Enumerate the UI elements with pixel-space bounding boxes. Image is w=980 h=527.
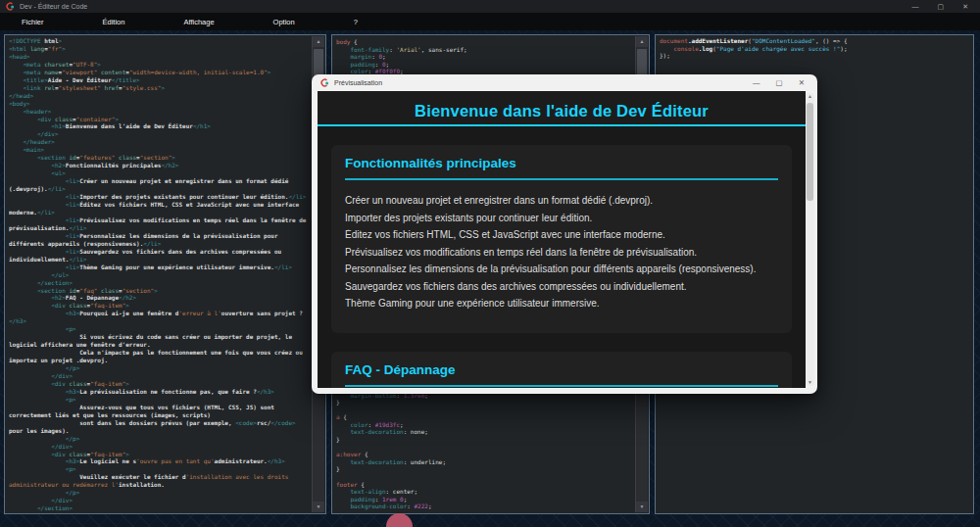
preview-sections: Fonctionnalités principalesCréer un nouv… <box>318 145 806 388</box>
html-editor-panel[interactable]: <!DOCTYPE html> <html lang="fr"> <head> … <box>4 34 326 514</box>
feature-item: Éditez vos fichiers HTML, CSS et JavaScr… <box>345 229 778 241</box>
menu-item-option[interactable]: Option <box>273 18 295 26</box>
close-icon[interactable]: ✕ <box>962 0 968 13</box>
html-code-area[interactable]: <!DOCTYPE html> <html lang="fr"> <head> … <box>9 37 310 511</box>
scroll-down-icon[interactable]: ▼ <box>313 502 324 512</box>
feature-item: Importer des projets existants pour cont… <box>345 213 778 224</box>
window-controls: — ▢ ✕ <box>912 0 975 13</box>
section-heading: Fonctionnalités principales <box>345 156 778 180</box>
menu-item-affichage[interactable]: Affichage <box>183 18 214 26</box>
feature-item: Sauvegardez vos fichiers dans des archiv… <box>345 281 778 293</box>
preview-title: Prévisualisation <box>334 79 382 86</box>
preview-scrollbar[interactable]: ▲ ▼ <box>806 93 814 386</box>
section-heading: FAQ - Dépannage <box>345 362 778 387</box>
preview-page-header: Bienvenue dans l'aide de Dev Éditeur <box>318 91 806 126</box>
menu-item-?[interactable]: ? <box>354 18 358 26</box>
scroll-down-icon[interactable]: ▼ <box>806 378 814 387</box>
page-title: Bienvenue dans l'aide de Dev Éditeur <box>318 102 806 120</box>
preview-window-controls: — ▢ ✕ <box>753 78 808 87</box>
scroll-up-icon[interactable]: ▲ <box>636 36 648 47</box>
section-card: Fonctionnalités principalesCréer un nouv… <box>331 145 792 333</box>
preview-page: Bienvenue dans l'aide de Dev Éditeur Fon… <box>318 91 806 388</box>
menu-bar: FichierÉditionAffichageOption? <box>0 13 980 30</box>
maximize-icon[interactable]: ▢ <box>776 78 783 87</box>
feature-item: Personnalisez les dimensions de la prévi… <box>345 264 778 275</box>
feature-item: Thème Gaming pour une expérience utilisa… <box>345 298 778 310</box>
app-titlebar: Dev - Éditeur de Code — ▢ ✕ <box>0 0 980 13</box>
app-logo-icon <box>6 2 15 11</box>
scrollbar-thumb[interactable] <box>807 103 813 201</box>
css-code-area-bottom[interactable]: margin-bottom: 1.5rem; } a { color: #19d… <box>336 392 633 511</box>
scroll-up-icon[interactable]: ▲ <box>806 92 814 101</box>
css-code-area-top[interactable]: body { font-family: 'Arial', sans-serif;… <box>336 38 633 75</box>
section-card: FAQ - Dépannage <box>331 352 792 389</box>
minimize-icon[interactable]: — <box>912 0 919 13</box>
scroll-up-icon[interactable]: ▲ <box>313 36 324 47</box>
menu-item-fichier[interactable]: Fichier <box>22 18 44 26</box>
preview-titlebar[interactable]: Prévisualisation — ▢ ✕ <box>312 74 817 91</box>
close-icon[interactable]: ✕ <box>799 78 805 87</box>
scroll-down-icon[interactable]: ▼ <box>636 502 648 512</box>
preview-window: Prévisualisation — ▢ ✕ Bienvenue dans l'… <box>312 74 817 394</box>
app-title: Dev - Éditeur de Code <box>20 3 87 10</box>
feature-item: Prévisualisez vos modifications en temps… <box>345 247 778 259</box>
app-window: Dev - Éditeur de Code — ▢ ✕ FichierÉditi… <box>0 0 980 527</box>
menu-item-édition[interactable]: Édition <box>103 18 125 26</box>
minimize-icon[interactable]: — <box>753 78 760 87</box>
maximize-icon[interactable]: ▢ <box>938 0 945 13</box>
feature-item: Créer un nouveau projet et enregistrer d… <box>345 195 778 207</box>
preview-logo-icon <box>320 78 329 87</box>
